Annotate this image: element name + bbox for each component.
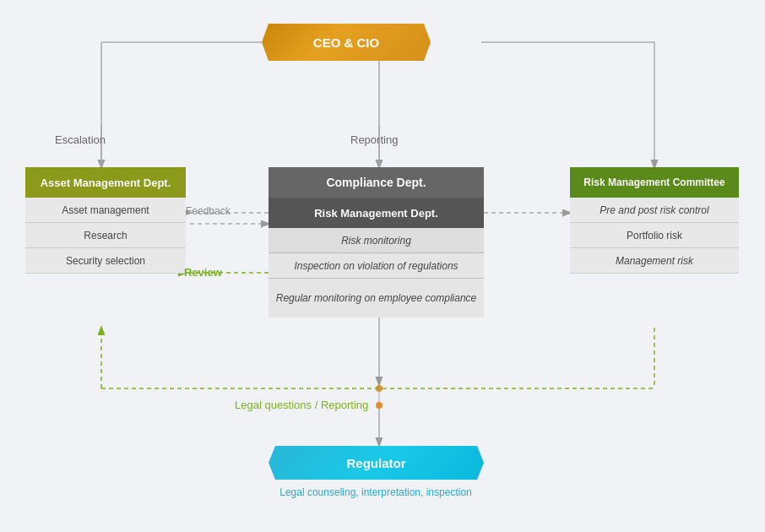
- risk-mgmt-dept-box: Risk Management Dept.: [269, 198, 484, 228]
- ceo-label: CEO & CIO: [313, 35, 379, 50]
- diagram-container: CEO & CIO Escalation Reporting Asset Man…: [0, 0, 765, 532]
- svg-point-12: [376, 385, 382, 392]
- regulator-sub-label: Legal counseling, interpretation, inspec…: [236, 486, 515, 498]
- legal-questions-label: Legal questions / Reporting: [235, 399, 368, 411]
- asset-mgmt-item-1: Asset management: [25, 198, 186, 223]
- risk-monitoring-box: Risk monitoring: [269, 228, 484, 253]
- risk-committee-item-1: Pre and post risk control: [570, 198, 739, 223]
- svg-point-17: [376, 402, 382, 409]
- reporting-label: Reporting: [350, 133, 398, 146]
- feedback-label: Feedback: [186, 205, 231, 217]
- asset-mgmt-item-3: Security selection: [25, 248, 186, 274]
- asset-mgmt-header: Asset Management Dept.: [25, 167, 186, 198]
- risk-committee-item-2: Portfolio risk: [570, 223, 739, 248]
- review-label: Review: [184, 266, 222, 279]
- regulator-box: Regulator: [269, 446, 484, 480]
- regular-monitoring-box: Regular monitoring on employee complianc…: [269, 279, 484, 318]
- asset-mgmt-item-2: Research: [25, 223, 186, 248]
- risk-committee-header: Risk Management Committee: [570, 167, 739, 198]
- inspection-box: Inspection on violation of regulations: [269, 253, 484, 279]
- ceo-box: CEO & CIO: [262, 24, 431, 61]
- escalation-label: Escalation: [55, 133, 106, 146]
- risk-committee-item-3: Management risk: [570, 248, 739, 274]
- compliance-box: Compliance Dept.: [269, 167, 484, 198]
